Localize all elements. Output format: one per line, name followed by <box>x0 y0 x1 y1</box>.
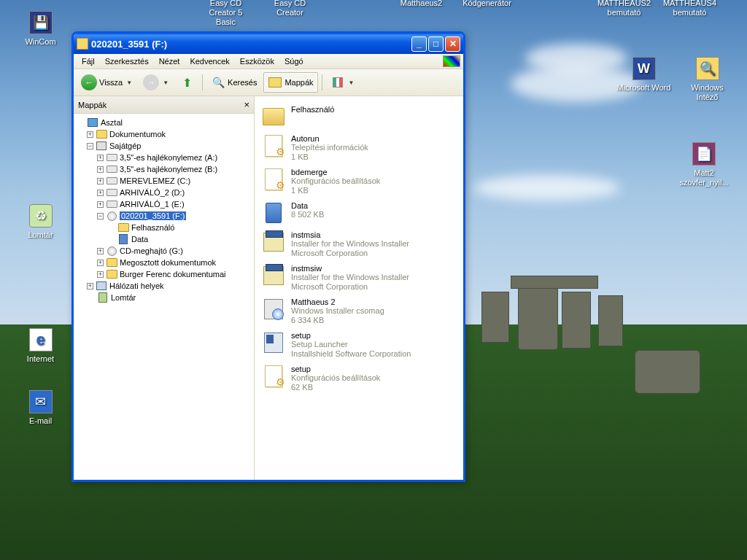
desktop-icon-lomtar[interactable]: ♻ Lomtár <box>13 204 68 240</box>
chevron-down-icon: ▼ <box>349 79 355 86</box>
drive-icon <box>107 201 117 208</box>
drive-icon <box>107 177 117 184</box>
cabinet-file-icon <box>266 203 282 223</box>
tree-network[interactable]: +Hálózati helyek <box>75 280 252 292</box>
desktop-icon-easycd[interactable]: Easy CD Creator <box>263 0 317 18</box>
expand-icon[interactable]: + <box>97 201 104 208</box>
tree-arch1-e[interactable]: +ARHIVÁLÓ_1 (E:) <box>75 198 252 210</box>
expand-icon[interactable]: + <box>97 178 104 184</box>
recycle-bin-icon <box>98 292 107 303</box>
expand-icon[interactable]: + <box>97 271 104 278</box>
menu-edit[interactable]: Szerkesztés <box>100 55 154 67</box>
tree-recycle[interactable]: Lomtár <box>75 292 252 303</box>
file-item[interactable]: AutorunTelepítési információk1 KB <box>258 131 460 165</box>
installer-icon <box>263 233 284 252</box>
minimize-button[interactable]: _ <box>411 36 427 52</box>
file-item[interactable]: setupSetup LauncherInstallshield Softwar… <box>258 328 460 362</box>
up-button[interactable]: ⬆ <box>175 72 198 93</box>
chevron-down-icon: ▼ <box>163 79 169 86</box>
menu-favorites[interactable]: Kedvencek <box>185 55 234 67</box>
desktop-icon-msword[interactable]: W Microsoft Word <box>616 57 671 93</box>
computer-icon <box>96 141 107 150</box>
back-button[interactable]: ← Vissza ▼ <box>77 71 136 93</box>
desktop-icon-kodgen[interactable]: Kódgenerátor <box>460 0 514 8</box>
config-file-icon <box>265 365 282 387</box>
file-list-pane[interactable]: Felhasználó AutorunTelepítési információ… <box>255 96 463 480</box>
expand-icon[interactable]: + <box>97 155 104 161</box>
file-item[interactable]: setupKonfigurációs beállítások62 KB <box>258 362 460 395</box>
windows-flag-icon <box>443 55 460 67</box>
close-tree-button[interactable]: × <box>244 99 249 110</box>
floppy-icon <box>107 154 117 161</box>
desktop-icon-email[interactable]: ✉ E-mail <box>13 390 68 426</box>
collapse-icon[interactable]: − <box>87 143 93 149</box>
close-button[interactable]: ✕ <box>445 36 460 52</box>
expand-icon[interactable]: + <box>97 248 104 254</box>
titlebar[interactable]: 020201_3591 (F:) _ □ ✕ <box>74 34 463 54</box>
desktop-icon <box>88 118 98 127</box>
file-item[interactable]: bdemergeKonfigurációs beállítások1 KB <box>258 165 460 198</box>
config-file-icon <box>265 168 282 190</box>
expand-icon[interactable]: + <box>97 260 104 266</box>
menu-view[interactable]: Nézet <box>154 55 185 67</box>
desktop-icon-internet[interactable]: e Internet <box>13 328 68 364</box>
views-button[interactable]: ▼ <box>326 72 359 93</box>
cd-icon <box>107 211 117 221</box>
file-item[interactable]: instmsiaInstaller for the Windows Instal… <box>258 228 460 261</box>
folders-icon <box>268 75 282 90</box>
setup-exe-icon <box>264 332 283 353</box>
file-item[interactable]: Data8 502 KB <box>258 198 460 228</box>
tree-data[interactable]: Data <box>75 233 252 245</box>
tree-floppy-b[interactable]: +3,5"-es hajlékonylemez (B:) <box>75 163 252 175</box>
desktop-icon-matth4bem[interactable]: MATTHEAUS4 bemutató <box>662 0 717 18</box>
forward-button[interactable]: → ▼ <box>139 71 173 93</box>
msi-icon <box>264 299 283 319</box>
folder-tree[interactable]: Asztal +Dokumentumok −Sajátgép +3,5"-es … <box>74 114 254 480</box>
folder-up-icon: ⬆ <box>179 75 194 90</box>
desktop-icon-matth2bem[interactable]: MATTHEAUS2 bemutató <box>597 0 651 18</box>
folders-button[interactable]: Mappák <box>263 72 317 93</box>
tree-shared[interactable]: +Megosztott dokumentumok <box>75 257 252 268</box>
tree-burger[interactable]: +Burger Ferenc dokumentumai <box>75 268 252 280</box>
tree-mycomputer[interactable]: −Sajátgép <box>75 140 252 152</box>
desktop-icon-matthaeus2[interactable]: Matthaeus2 <box>394 0 449 8</box>
expand-icon[interactable]: + <box>97 166 104 173</box>
menu-file[interactable]: Fájl <box>77 55 100 67</box>
menu-tools[interactable]: Eszközök <box>235 55 279 67</box>
desktop-icon-easycd5[interactable]: Easy CD Creator 5 Basic <box>198 0 253 27</box>
tree-felhasznalo[interactable]: Felhasználó <box>75 222 252 233</box>
cabinet-icon <box>119 234 128 244</box>
search-button[interactable]: 🔍 Keresés <box>206 72 261 93</box>
desktop-icon-winintezo[interactable]: 🔍 Windows Intéző <box>680 57 735 102</box>
folder-icon <box>107 270 117 279</box>
tree-cd-g[interactable]: +CD-meghajtó (G:) <box>75 245 252 257</box>
desktop-icon-wincom[interactable]: 💾 WinCom <box>13 11 68 47</box>
expand-icon[interactable]: + <box>97 190 104 196</box>
expand-icon[interactable]: + <box>87 131 93 138</box>
explorer-icon: 🔍 <box>696 57 719 80</box>
tree-floppy-a[interactable]: +3,5"-es hajlékonylemez (A:) <box>75 152 252 163</box>
cd-icon <box>107 246 117 256</box>
folder-tree-pane: Mappák × Asztal +Dokumentumok −Sajátgép … <box>74 96 255 480</box>
installer-icon <box>263 266 284 285</box>
file-item[interactable]: Matthaeus 2Windows Installer csomag6 334… <box>258 295 460 328</box>
tree-arch2-d[interactable]: +ARHIVÁLÓ_2 (D:) <box>75 187 252 198</box>
maximize-button[interactable]: □ <box>428 36 444 52</box>
tree-hdd-c[interactable]: +MEREVLEMEZ (C:) <box>75 175 252 187</box>
file-item[interactable]: Felhasználó <box>258 102 460 131</box>
views-icon <box>330 75 345 90</box>
tree-drive-f[interactable]: −020201_3591 (F:) <box>75 210 252 222</box>
ie-icon: e <box>29 328 53 351</box>
file-item[interactable]: instmsiwInstaller for the Windows Instal… <box>258 261 460 295</box>
tree-desktop[interactable]: Asztal <box>75 117 252 128</box>
collapse-icon[interactable]: − <box>97 213 104 219</box>
tree-documents[interactable]: +Dokumentumok <box>75 128 252 140</box>
chevron-down-icon: ▼ <box>126 79 132 86</box>
expand-icon[interactable]: + <box>87 283 93 289</box>
menu-help[interactable]: Súgó <box>279 55 309 67</box>
doc-icon: 📄 <box>692 142 716 166</box>
toolbar: ← Vissza ▼ → ▼ ⬆ 🔍 Keresés Mappák ▼ <box>74 69 463 96</box>
floppy-icon: 💾 <box>29 11 53 34</box>
desktop-icon-matt2szov[interactable]: 📄 Matt2 szovfer_nyil... <box>671 142 737 187</box>
config-file-icon <box>265 135 282 157</box>
